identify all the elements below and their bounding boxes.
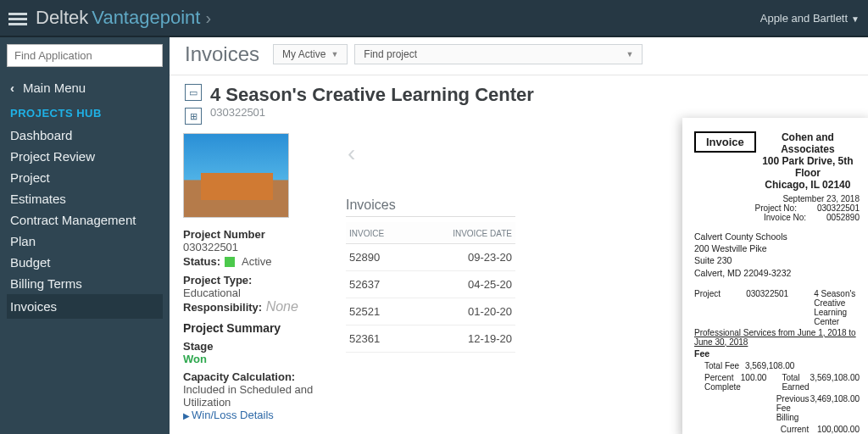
win-loss-details-link[interactable]: ▶Win/Loss Details [183,409,336,421]
sidebar-item-budget[interactable]: Budget [7,252,163,273]
invoice-row[interactable]: 5263704-25-20 [346,271,515,298]
caret-down-icon: ▼ [331,50,338,58]
proj-label: Project [694,289,721,326]
pn-value: 030322501 [183,241,336,253]
sidebar-item-estimates[interactable]: Estimates [7,188,163,209]
sidebar-item-billing-terms[interactable]: Billing Terms [7,273,163,294]
find-project-label: Find project [364,48,417,60]
menu-icon[interactable] [8,10,27,25]
card-view-icon[interactable]: ▭ [185,84,202,101]
inv-date: 04-25-20 [422,278,515,291]
project-title: 4 Season's Creative Learning Center [210,84,534,106]
stage-label: Stage [183,340,336,353]
invno-value: 0052890 [826,213,860,222]
stage-value: Won [183,353,336,365]
sidebar-item-dashboard[interactable]: Dashboard [7,125,163,146]
pn-label: Project Number [183,228,336,241]
inv-num: 52361 [346,332,422,345]
projno-label: Project No: [754,203,796,213]
invoice-preview-panel: Invoice Cohen and Associates 100 Park Dr… [682,118,868,434]
caret-down-icon: ▼ [851,14,860,24]
invoice-row[interactable]: 5236112-19-20 [346,326,515,353]
grid-view-icon[interactable]: ⊞ [185,108,202,125]
sidebar-item-plan[interactable]: Plan [7,231,163,252]
company-addr1: 100 Park Drive, 5th Floor [762,155,853,179]
bill-to: Calvert County Schools200 Westville Pike… [694,231,860,279]
inv-num: 52637 [346,278,422,291]
proj-name: 4 Season's Creative Learning Center [814,289,860,326]
triangle-right-icon: ▶ [183,411,190,420]
filter-dropdown[interactable]: My Active▼ [273,44,348,64]
project-photo [183,133,289,218]
sidebar-item-invoices[interactable]: Invoices [7,294,163,319]
prev-page-icon[interactable]: ‹ [348,140,515,167]
type-label: Project Type: [183,274,336,287]
invoice-date: September 23, 2018 [694,194,860,203]
page-title: Invoices [185,42,259,66]
company-name: Cohen and Associates [781,131,834,155]
chevron-left-icon: ‹ [10,81,14,95]
service-period: Professional Services from June 1, 2018 … [694,328,860,347]
inv-date: 12-19-20 [422,332,515,345]
project-summary-heading: Project Summary [183,321,336,335]
fee-heading: Fee [694,348,860,359]
filter-label: My Active [282,48,326,60]
brand-a: Deltek [36,7,88,29]
inv-date: 01-20-20 [422,305,515,318]
resp-value: None [266,299,298,314]
main-content: Invoices My Active▼ Find project▼ ▭ ⊞ 4 … [170,37,868,434]
invno-label: Invoice No: [764,213,806,222]
invoice-row[interactable]: 5289009-23-20 [346,244,515,271]
inv-num: 52521 [346,305,422,318]
inv-num: 52890 [346,251,422,264]
brand-b: Vantagepoint [92,7,200,29]
user-menu[interactable]: Apple and Bartlett▼ [760,12,860,25]
status-label: Status: [183,255,220,268]
caret-down-icon: ▼ [626,50,633,58]
invoice-row[interactable]: 5252101-20-20 [346,298,515,326]
find-project-dropdown[interactable]: Find project▼ [354,44,643,64]
status-value: Active [242,255,271,268]
status-indicator-icon [225,257,235,267]
sidebar: ‹ Main Menu PROJECTS HUB Dashboard Proje… [0,37,170,434]
project-number: 030322501 [210,106,534,119]
projno-value: 030322501 [817,203,860,213]
proj-no: 030322501 [746,289,788,326]
invoices-list-heading: Invoices [346,198,515,217]
sidebar-item-project-review[interactable]: Project Review [7,146,163,167]
find-application-input[interactable] [7,44,163,67]
invoice-box-label: Invoice [694,131,756,153]
back-main-menu[interactable]: ‹ Main Menu [10,81,163,95]
company-addr2: Chicago, IL 02140 [765,179,850,191]
main-menu-label: Main Menu [23,81,86,95]
sidebar-section-title: PROJECTS HUB [10,107,163,120]
chevron-right-icon: › [205,8,211,28]
type-value: Educational [183,287,336,299]
sidebar-item-contract-management[interactable]: Contract Management [7,209,163,231]
win-loss-label: Win/Loss Details [192,409,274,421]
resp-label: Responsibility: [183,301,262,314]
sidebar-item-project[interactable]: Project [7,167,163,188]
capacity-value: Included in Scheduled and Utilization [183,383,336,409]
inv-date: 09-23-20 [422,251,515,264]
col-invoice: INVOICE [346,229,422,238]
user-label: Apple and Bartlett [760,12,848,25]
col-invoice-date: INVOICE DATE [422,229,515,238]
capacity-label: Capacity Calculation: [183,370,336,383]
